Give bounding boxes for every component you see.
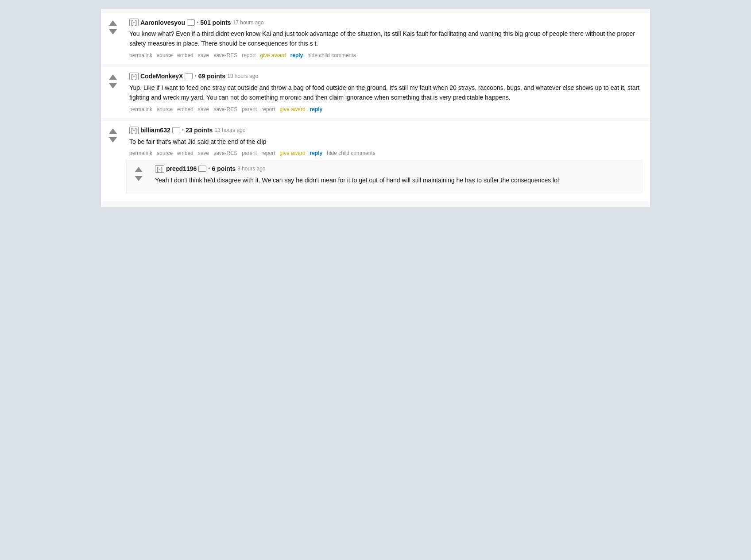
report-link[interactable]: report: [261, 150, 275, 156]
points-display: 69 points: [198, 73, 225, 80]
collapse-button[interactable]: [-]: [129, 127, 139, 134]
comment-content: [-] preed1196 • 6 points 8 hours ago Yea…: [155, 165, 636, 185]
upvote-button[interactable]: [134, 166, 143, 173]
give-award-link[interactable]: give award: [280, 106, 306, 112]
downvote-button[interactable]: [134, 173, 143, 182]
save-res-link[interactable]: save-RES: [213, 106, 237, 112]
comment-meta: [-] preed1196 • 6 points 8 hours ago: [155, 165, 636, 173]
chat-icon[interactable]: [185, 73, 193, 79]
report-link[interactable]: report: [261, 106, 275, 112]
downvote-arrow-icon: [109, 83, 117, 89]
parent-link[interactable]: parent: [242, 150, 257, 156]
hide-child-comments-link[interactable]: hide child comments: [327, 150, 375, 156]
upvote-arrow-icon: [109, 20, 117, 26]
reply-link[interactable]: reply: [290, 52, 303, 58]
permalink-link[interactable]: permalink: [129, 150, 152, 156]
save-link[interactable]: save: [198, 52, 209, 58]
comment-actions: permalink source embed save save-RES rep…: [129, 52, 643, 58]
give-award-link[interactable]: give award: [280, 150, 306, 156]
save-res-link[interactable]: save-RES: [213, 150, 237, 156]
comment-body: Yup. Like if I want to feed one stray ca…: [129, 83, 643, 103]
username[interactable]: billiam632: [140, 127, 170, 134]
permalink-link[interactable]: permalink: [129, 52, 152, 58]
comments-container: [-] Aaronlovesyou • 501 points 17 hours …: [101, 9, 650, 207]
comment-actions: permalink source embed save save-RES par…: [129, 150, 643, 156]
comment-meta: [-] Aaronlovesyou • 501 points 17 hours …: [129, 19, 643, 26]
comment-block: [-] billiam632 • 23 points 13 hours ago …: [101, 121, 650, 201]
comment-meta: [-] billiam632 • 23 points 13 hours ago: [129, 127, 643, 134]
upvote-button[interactable]: [108, 19, 118, 27]
give-award-link[interactable]: give award: [260, 52, 286, 58]
chat-icon[interactable]: [172, 127, 180, 133]
permalink-link[interactable]: permalink: [129, 106, 152, 112]
upvote-button[interactable]: [108, 73, 118, 81]
downvote-arrow-icon: [109, 29, 117, 35]
vote-controls: [108, 73, 118, 89]
upvote-arrow-icon: [135, 167, 143, 172]
vote-controls: [108, 19, 118, 35]
vote-controls: [134, 166, 143, 182]
comment-meta: [-] CodeMonkeyX • 69 points 13 hours ago: [129, 73, 643, 80]
report-link[interactable]: report: [242, 52, 255, 58]
downvote-arrow-icon: [109, 137, 117, 143]
hide-child-comments-link[interactable]: hide child comments: [307, 52, 356, 58]
nested-comment-block: [-] preed1196 • 6 points 8 hours ago Yea…: [126, 160, 643, 194]
username[interactable]: CodeMonkeyX: [140, 73, 183, 80]
bullet-separator: •: [194, 73, 196, 79]
parent-link[interactable]: parent: [242, 106, 257, 112]
comment-block: [-] CodeMonkeyX • 69 points 13 hours ago…: [101, 67, 650, 118]
save-res-link[interactable]: save-RES: [213, 52, 237, 58]
reply-link[interactable]: reply: [310, 150, 323, 156]
collapse-button[interactable]: [-]: [129, 19, 139, 26]
comment-actions: permalink source embed save save-RES par…: [129, 106, 643, 112]
source-link[interactable]: source: [157, 150, 173, 156]
comment-block: [-] Aaronlovesyou • 501 points 17 hours …: [101, 13, 650, 64]
vote-controls: [108, 127, 118, 143]
comment-body: To be fair that's what Jid said at the e…: [129, 137, 643, 147]
points-display: 6 points: [212, 165, 236, 172]
upvote-arrow-icon: [109, 74, 117, 80]
comment-content: [-] Aaronlovesyou • 501 points 17 hours …: [129, 19, 643, 58]
save-link[interactable]: save: [198, 150, 209, 156]
downvote-button[interactable]: [108, 135, 118, 143]
bullet-separator: •: [208, 166, 210, 172]
comment-body: Yeah I don't think he'd disagree with it…: [155, 175, 636, 185]
comment-content: [-] billiam632 • 23 points 13 hours ago …: [129, 127, 643, 156]
downvote-button[interactable]: [108, 27, 118, 35]
downvote-arrow-icon: [135, 176, 143, 181]
chat-icon[interactable]: [198, 166, 206, 172]
chat-icon[interactable]: [187, 19, 195, 26]
upvote-button[interactable]: [108, 127, 118, 135]
embed-link[interactable]: embed: [177, 52, 194, 58]
comment-body: You know what? Even if a third didnt eve…: [129, 29, 643, 49]
timestamp: 13 hours ago: [214, 127, 245, 133]
source-link[interactable]: source: [157, 52, 173, 58]
collapse-button[interactable]: [-]: [129, 73, 139, 80]
reply-link[interactable]: reply: [310, 106, 323, 112]
username[interactable]: preed1196: [166, 165, 197, 172]
source-link[interactable]: source: [157, 106, 173, 112]
username[interactable]: Aaronlovesyou: [140, 19, 185, 26]
embed-link[interactable]: embed: [177, 106, 194, 112]
points-display: 23 points: [186, 127, 213, 134]
timestamp: 8 hours ago: [237, 166, 265, 172]
bullet-separator: •: [182, 127, 184, 133]
points-display: 501 points: [200, 19, 231, 26]
embed-link[interactable]: embed: [177, 150, 194, 156]
downvote-button[interactable]: [108, 81, 118, 89]
timestamp: 17 hours ago: [233, 19, 264, 26]
collapse-button[interactable]: [-]: [155, 165, 164, 173]
timestamp: 13 hours ago: [227, 73, 258, 79]
bullet-separator: •: [197, 19, 198, 26]
save-link[interactable]: save: [198, 106, 209, 112]
comment-content: [-] CodeMonkeyX • 69 points 13 hours ago…: [129, 73, 643, 112]
upvote-arrow-icon: [109, 128, 117, 134]
